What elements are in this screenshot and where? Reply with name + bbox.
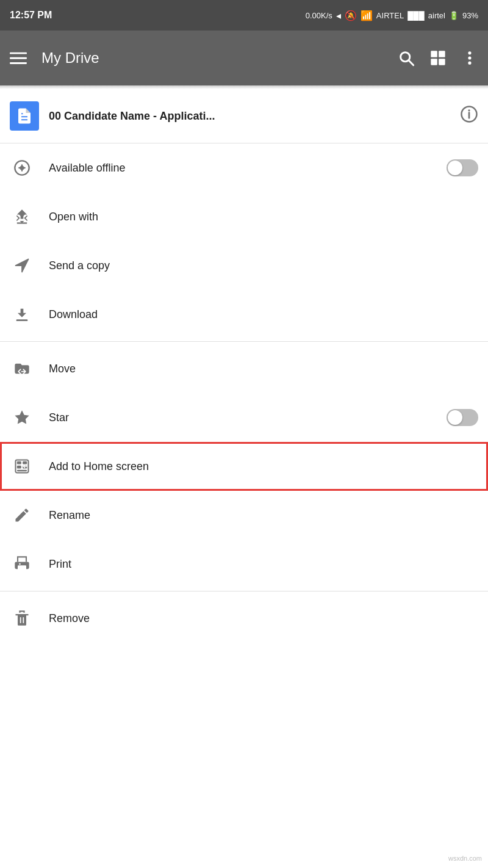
remove-label: Remove (49, 612, 478, 625)
svg-rect-28 (17, 470, 27, 471)
rename-icon (10, 503, 34, 527)
menu-item-open-with[interactable]: Open with (0, 192, 488, 241)
svg-point-9 (468, 51, 471, 54)
svg-point-20 (20, 166, 24, 170)
menu-item-move[interactable]: Move (0, 344, 488, 393)
star-label: Star (49, 411, 432, 424)
file-header: 00 Candidate Name - Applicati... (0, 89, 488, 143)
info-icon[interactable] (460, 105, 478, 128)
bluetooth-icon: ◂ (336, 10, 341, 21)
app-bar: My Drive (0, 31, 488, 85)
add-home-icon (10, 454, 34, 479)
svg-rect-32 (19, 563, 20, 565)
menu-item-available-offline[interactable]: Available offline (0, 143, 488, 192)
wifi-icon: 📶 (361, 10, 373, 21)
svg-point-11 (468, 62, 471, 65)
divider-2 (0, 591, 488, 591)
file-doc-icon (10, 101, 39, 131)
svg-rect-24 (17, 461, 21, 465)
svg-point-17 (468, 109, 470, 111)
status-right: 0.00K/s ◂ 🔕 📶 AIRTEL ███ airtel 🔋 93% (306, 10, 478, 21)
file-name: 00 Candidate Name - Applicati... (49, 110, 450, 123)
app-bar-icons (398, 49, 478, 67)
star-toggle[interactable] (447, 409, 478, 426)
menu-item-send-copy[interactable]: Send a copy (0, 241, 488, 290)
print-icon (10, 552, 34, 576)
menu-item-print[interactable]: Print (0, 540, 488, 588)
svg-rect-5 (431, 51, 437, 57)
print-label: Print (49, 558, 478, 571)
battery-level: 93% (462, 11, 478, 20)
network-speed: 0.00K/s (306, 11, 332, 20)
more-vertical-icon[interactable] (461, 49, 478, 67)
svg-rect-21 (16, 319, 28, 321)
menu-list: Available offline Open with Send a copy (0, 143, 488, 643)
svg-rect-26 (17, 466, 21, 469)
move-label: Move (49, 363, 478, 375)
available-offline-label: Available offline (49, 162, 432, 175)
app-bar-title: My Drive (41, 49, 388, 67)
open-with-icon (10, 204, 34, 229)
menu-item-star[interactable]: Star (0, 393, 488, 442)
svg-rect-31 (18, 565, 26, 571)
svg-rect-0 (10, 52, 27, 54)
send-icon (10, 253, 34, 278)
rename-label: Rename (49, 509, 478, 522)
menu-item-remove[interactable]: Remove (0, 594, 488, 643)
carrier1: AIRTEL (376, 11, 404, 20)
add-home-label: Add to Home screen (49, 460, 478, 473)
download-label: Download (49, 308, 478, 321)
svg-rect-25 (23, 461, 27, 465)
watermark: wsxdn.com (448, 855, 482, 862)
svg-rect-7 (431, 59, 437, 65)
menu-item-add-to-home[interactable]: Add to Home screen (0, 442, 488, 491)
signal-icon: ███ (407, 11, 425, 20)
status-bar: 12:57 PM 0.00K/s ◂ 🔕 📶 AIRTEL ███ airtel… (0, 0, 488, 31)
mute-icon: 🔕 (345, 10, 357, 21)
svg-rect-8 (439, 59, 445, 65)
star-icon (10, 405, 34, 430)
status-time: 12:57 PM (10, 10, 52, 21)
open-with-label: Open with (49, 211, 478, 223)
divider-1 (0, 341, 488, 342)
offline-icon (10, 156, 34, 180)
search-icon[interactable] (398, 49, 415, 67)
send-copy-label: Send a copy (49, 259, 478, 272)
download-icon (10, 302, 34, 327)
svg-rect-6 (439, 51, 445, 57)
carrier2: airtel (428, 11, 445, 20)
available-offline-toggle[interactable] (447, 159, 478, 176)
battery-icon: 🔋 (449, 11, 459, 20)
menu-icon[interactable] (10, 49, 27, 67)
remove-icon (10, 606, 34, 631)
svg-rect-2 (10, 62, 27, 64)
svg-rect-1 (10, 57, 27, 59)
svg-point-10 (468, 56, 471, 59)
menu-item-rename[interactable]: Rename (0, 491, 488, 540)
menu-item-download[interactable]: Download (0, 290, 488, 339)
grid-icon[interactable] (429, 49, 447, 67)
svg-line-4 (409, 60, 414, 65)
move-icon (10, 356, 34, 381)
